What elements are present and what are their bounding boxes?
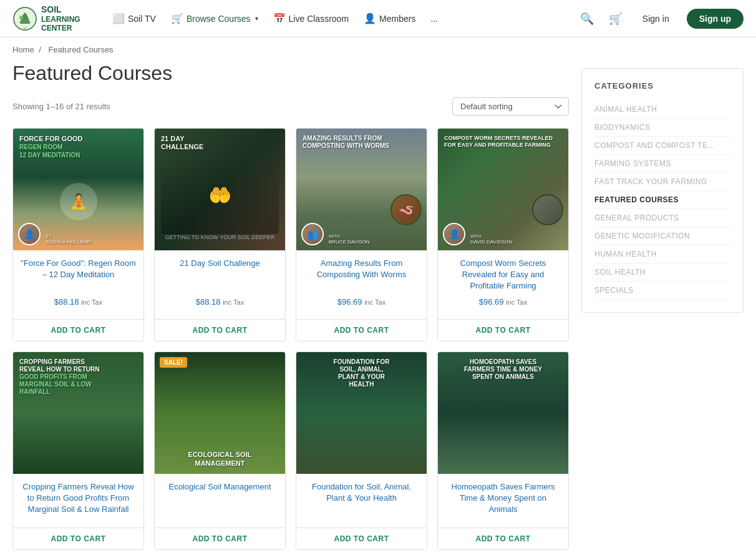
- add-to-cart-foundation[interactable]: ADD TO CART: [296, 528, 427, 549]
- sidebar-item-biodynamics[interactable]: BIODYNAMICS: [594, 119, 730, 137]
- sale-badge: SALE!: [160, 357, 187, 368]
- signup-button[interactable]: Sign up: [687, 9, 744, 29]
- nav-live-classroom[interactable]: 📅 Live Classroom: [273, 12, 349, 24]
- product-name-worms: Amazing Results From Composting With Wor…: [304, 258, 419, 292]
- product-card-worms: AMAZING RESULTS FROM COMPOSTING WITH WOR…: [296, 128, 427, 341]
- thumb-title-worms: AMAZING RESULTS FROM COMPOSTING WITH WOR…: [303, 135, 420, 150]
- product-price-compost: $96.69 inc Tax: [445, 297, 561, 307]
- logo-text-line1: SOIL: [41, 4, 80, 15]
- calendar-icon: 📅: [273, 12, 286, 24]
- tv-icon: ⬜: [112, 12, 125, 24]
- thumb-title-ecological: ECOLOGICAL SOILMANAGEMENT: [161, 451, 279, 467]
- product-image-homoeopath: HOMOEOPATH SAVESFARMERS TIME & MONEYSPEN…: [438, 352, 568, 474]
- product-image-force-for-good: FORCE FOR GOODREGEN ROOM12 DAY MEDITATIO…: [13, 129, 143, 250]
- thumb-avatar-compost: 👤: [443, 223, 465, 245]
- product-image-cropping: CROPPING FARMERSREVEAL HOW TO RETURNGOOD…: [13, 352, 143, 474]
- cart-button[interactable]: 🛒: [606, 9, 625, 28]
- content-area: Featured Courses Showing 1–16 of 21 resu…: [12, 62, 581, 550]
- product-name-force: "Force For Good": Regen Room – 12 Day Me…: [21, 258, 136, 292]
- chevron-down-icon: ▾: [255, 15, 258, 22]
- sidebar-item-specials[interactable]: SPECIALS: [594, 282, 730, 300]
- product-card-21day: 21 DAYCHALLENGE 🤲 GETTING TO KNOW YOUR S…: [154, 128, 286, 341]
- product-name-compost: Compost Worm Secrets Revealed for Easy a…: [445, 258, 561, 292]
- main-nav: ⬜ Soil TV 🛒 Browse Courses ▾ 📅 Live Clas…: [112, 12, 565, 24]
- sidebar-item-general-products[interactable]: GENERAL PRODUCTS: [594, 209, 730, 227]
- product-card-foundation: FOUNDATION FORSOIL, ANIMAL,PLANT & YOURH…: [296, 351, 427, 551]
- search-button[interactable]: 🔍: [578, 9, 596, 28]
- nav-browse-courses[interactable]: 🛒 Browse Courses ▾: [171, 12, 258, 24]
- product-info-cropping: Cropping Farmers Reveal How to Return Go…: [13, 474, 143, 528]
- person-icon: 👤: [364, 12, 376, 24]
- product-card-compost: COMPOST WORM SECRETS REVEALED FOR EASY A…: [437, 128, 569, 341]
- signin-button[interactable]: Sign in: [635, 9, 677, 29]
- sidebar: CATEGORIES ANIMAL HEALTH BIODYNAMICS COM…: [581, 68, 744, 313]
- product-info-worms: Amazing Results From Composting With Wor…: [296, 250, 427, 319]
- add-to-cart-compost[interactable]: ADD TO CART: [438, 319, 568, 341]
- header: 🌱 SOIL LEARNING CENTER ⬜ Soil TV 🛒 Brows…: [0, 0, 756, 37]
- product-name-homoeopath: Homoeopath Saves Farmers Time & Money Sp…: [445, 481, 561, 516]
- thumb-author-compost: WITH DAVID DAVIDSON: [470, 233, 512, 245]
- thumb-title-21day: 21 DAYCHALLENGE: [161, 135, 279, 151]
- product-info-compost: Compost Worm Secrets Revealed for Easy a…: [438, 250, 568, 319]
- breadcrumb: Home / Featured Courses: [0, 37, 756, 62]
- breadcrumb-home[interactable]: Home: [12, 45, 34, 54]
- product-grid-row2: CROPPING FARMERSREVEAL HOW TO RETURNGOOD…: [12, 351, 569, 551]
- nav-more[interactable]: ...: [430, 14, 438, 24]
- header-right: 🔍 🛒 Sign in Sign up: [578, 9, 744, 29]
- product-card-cropping: CROPPING FARMERSREVEAL HOW TO RETURNGOOD…: [12, 351, 144, 551]
- sidebar-item-fast-track[interactable]: FAST TRACK YOUR FARMING: [594, 173, 730, 191]
- product-image-foundation: FOUNDATION FORSOIL, ANIMAL,PLANT & YOURH…: [296, 352, 427, 474]
- thumb-title-foundation: FOUNDATION FORSOIL, ANIMAL,PLANT & YOURH…: [303, 358, 420, 388]
- sidebar-item-animal-health[interactable]: ANIMAL HEALTH: [594, 101, 730, 119]
- thumb-author-force: BY JOSHUA HOLLIDAY: [46, 233, 91, 245]
- sidebar-item-genetic-modification[interactable]: GENETIC MODIFICATION: [594, 227, 730, 245]
- product-image-worms: AMAZING RESULTS FROM COMPOSTING WITH WOR…: [296, 129, 427, 250]
- add-to-cart-homoeopath[interactable]: ADD TO CART: [438, 528, 568, 549]
- breadcrumb-separator: /: [39, 45, 41, 54]
- add-to-cart-cropping[interactable]: ADD TO CART: [13, 528, 143, 549]
- product-info-force: "Force For Good": Regen Room – 12 Day Me…: [13, 250, 143, 319]
- thumb-avatar-force: 👤: [18, 223, 41, 245]
- product-info-homoeopath: Homoeopath Saves Farmers Time & Money Sp…: [438, 474, 568, 528]
- product-card-force-for-good: FORCE FOR GOODREGEN ROOM12 DAY MEDITATIO…: [12, 128, 144, 341]
- product-name-cropping: Cropping Farmers Reveal How to Return Go…: [21, 481, 136, 516]
- svg-point-1: [19, 16, 23, 19]
- sidebar-item-compost-te[interactable]: COMPOST AND COMPOST TE...: [594, 137, 730, 155]
- sidebar-item-soil-health[interactable]: SOIL HEALTH: [594, 263, 730, 282]
- product-image-compost: COMPOST WORM SECRETS REVEALED FOR EASY A…: [438, 129, 568, 250]
- product-info-foundation: Foundation for Soil, Animal, Plant & You…: [296, 474, 427, 528]
- product-price-21day: $88.18 inc Tax: [162, 297, 278, 307]
- product-image-ecological: SALE! ECOLOGICAL SOILMANAGEMENT: [155, 352, 285, 474]
- sidebar-item-farming-systems[interactable]: FARMING SYSTEMS: [594, 155, 730, 173]
- sidebar-item-featured-courses[interactable]: FEATURED COURSES: [594, 191, 730, 209]
- sort-select[interactable]: Default sorting Sort by popularity Sort …: [452, 97, 569, 115]
- logo-text-line3: CENTER: [41, 24, 80, 32]
- worm-circle: 🪱: [390, 194, 422, 225]
- add-to-cart-21day[interactable]: ADD TO CART: [155, 319, 285, 341]
- thumb-author-worms: WITH BRUCE DAVISON: [329, 233, 370, 245]
- toolbar: Showing 1–16 of 21 results Default sorti…: [12, 97, 569, 115]
- compost-circle: [532, 194, 563, 225]
- product-image-21day: 21 DAYCHALLENGE 🤲 GETTING TO KNOW YOUR S…: [155, 129, 285, 250]
- add-to-cart-worms[interactable]: ADD TO CART: [296, 319, 427, 341]
- product-info-ecological: Ecological Soil Management: [155, 474, 285, 528]
- main-layout: Featured Courses Showing 1–16 of 21 resu…: [0, 62, 756, 560]
- nav-soil-tv[interactable]: ⬜ Soil TV: [112, 12, 156, 24]
- product-card-homoeopath: HOMOEOPATH SAVESFARMERS TIME & MONEYSPEN…: [437, 351, 569, 551]
- add-to-cart-force[interactable]: ADD TO CART: [13, 319, 143, 341]
- results-count: Showing 1–16 of 21 results: [12, 102, 110, 111]
- product-name-foundation: Foundation for Soil, Animal, Plant & You…: [304, 481, 419, 516]
- logo[interactable]: 🌱 SOIL LEARNING CENTER: [12, 4, 100, 33]
- add-to-cart-ecological[interactable]: ADD TO CART: [155, 528, 285, 549]
- sidebar-item-human-health[interactable]: HUMAN HEALTH: [594, 245, 730, 263]
- thumb-avatar-worms: 👥: [301, 223, 324, 245]
- product-name-ecological: Ecological Soil Management: [162, 481, 278, 516]
- breadcrumb-current: Featured Courses: [49, 45, 114, 54]
- product-price-worms: $96.69 inc Tax: [304, 297, 419, 307]
- thumb-title-homoeopath: HOMOEOPATH SAVESFARMERS TIME & MONEYSPEN…: [444, 358, 562, 381]
- nav-members[interactable]: 👤 Members: [364, 12, 415, 24]
- thumb-title-compost: COMPOST WORM SECRETS REVEALED FOR EASY A…: [444, 135, 562, 149]
- page-title: Featured Courses: [12, 62, 569, 85]
- svg-text:🌱: 🌱: [23, 26, 27, 31]
- sidebar-title: CATEGORIES: [594, 81, 730, 91]
